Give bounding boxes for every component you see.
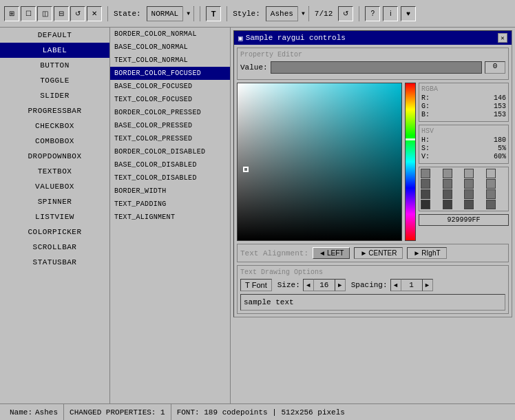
swatch-5[interactable] [443,179,452,189]
style-dropdown-arrow[interactable]: ▼ [297,6,308,21]
toolbar: ⊞ ☐ ◫ ⊟ ↺ ✕ State: NORMAL ▼ T Style: Ash… [0,0,515,28]
left-panel-item-dropdownbox[interactable]: DROPDOWNBOX [0,149,109,164]
swatch-8[interactable] [421,189,430,199]
toolbar-btn-6[interactable]: ✕ [87,6,102,21]
swatch-11[interactable] [486,189,496,199]
heart-btn[interactable]: ♥ [401,6,416,21]
middle-panel-item-14[interactable]: TEXT_ALIGNMENT [110,211,230,224]
swatch-3[interactable] [486,169,496,178]
text-options-section: Text Drawing Options T Font Size: ◄ 16 ►… [237,265,509,314]
text-icon: T [211,10,216,18]
left-panel-item-valuebox[interactable]: VALUEBOX [0,179,109,194]
left-panel-item-scrollbar[interactable]: SCROLLBAR [0,240,109,255]
left-panel-item-progressbar[interactable]: PROGRESSBAR [0,103,109,118]
left-panel-item-listview[interactable]: LISTVIEW [0,209,109,224]
spacing-decrement-btn[interactable]: ◄ [390,279,401,291]
hsv-h-row: H: 180 [421,136,506,144]
help-btn[interactable]: ? [365,6,380,21]
align-left-btn[interactable]: ◄ LEFT [313,247,350,259]
font-btn[interactable]: T Font [240,279,272,291]
state-dropdown-arrow[interactable]: ▼ [182,6,193,21]
swatch-12[interactable] [421,200,430,209]
property-row: Value: 0 [240,61,505,74]
swatches-box [419,167,509,211]
hsv-box: HSV H: 180 S: 5% V: 60% [419,125,509,164]
middle-panel-item-11[interactable]: TEXT_COLOR_DISABLED [110,171,230,185]
info-btn[interactable]: i [383,6,398,21]
middle-panel-item-9[interactable]: BORDER_COLOR_DISABLED [110,145,230,158]
property-editor-section: Property Editor Value: 0 [237,48,509,80]
left-panel-item-checkbox[interactable]: CHECKBOX [0,118,109,134]
size-increment-btn[interactable]: ► [335,279,346,291]
align-center-btn[interactable]: ► CENTER [354,247,403,259]
middle-panel-item-5[interactable]: TEXT_COLOR_FOCUSED [110,93,230,106]
toolbar-btn-3[interactable]: ◫ [37,6,52,21]
align-right-label: RIghT [421,249,440,257]
swatch-14[interactable] [464,200,474,209]
swatch-6[interactable] [464,179,474,189]
swatch-4[interactable] [421,179,430,189]
text-icon-btn[interactable]: T [206,6,221,21]
middle-panel-item-1[interactable]: BASE_COLOR_NORMAL [110,41,230,54]
middle-panel-item-12[interactable]: BORDER_WIDTH [110,185,230,198]
middle-panel-item-0[interactable]: BORDER_COLOR_NORMAL [110,28,230,41]
v-value: 60% [494,153,506,160]
text-options-title: Text Drawing Options [240,269,505,276]
swatch-7[interactable] [486,179,496,189]
swatch-1[interactable] [443,169,452,178]
color-info: RGBA R: 146 G: 153 B: 153 [419,83,509,241]
middle-panel-item-7[interactable]: BASE_COLOR_PRESSED [110,119,230,132]
left-panel-item-slider[interactable]: SLIDER [0,88,109,103]
r-value: 146 [494,94,506,102]
toolbar-btn-2[interactable]: ☐ [21,6,36,21]
font-info-label: FONT: 189 codepoints | 512x256 pixels [177,408,345,417]
swatch-10[interactable] [464,189,474,199]
middle-panel-item-13[interactable]: TEXT_PADDING [110,198,230,211]
sample-text-input[interactable] [240,294,505,311]
window-panel: ▣ Sample raygui controls ✕ Property Edit… [233,30,512,317]
changed-label: CHANGED PROPERTIES: 1 [70,408,165,417]
statusbar: Name: Ashes CHANGED PROPERTIES: 1 FONT: … [0,403,515,420]
left-panel-item-label[interactable]: LABEL [0,43,109,58]
middle-panel-item-4[interactable]: BASE_COLOR_FOCUSED [110,80,230,93]
middle-panel-item-3[interactable]: BORDER_COLOR_FOCUSED [110,67,230,80]
font-row: T Font Size: ◄ 16 ► Spacing: ◄ 1 ► [240,279,505,291]
swatch-2[interactable] [464,169,474,178]
style-value: Ashes [266,10,297,18]
rgba-title: RGBA [421,85,506,93]
left-panel-item-toggle[interactable]: TOGGLE [0,73,109,88]
middle-panel-item-2[interactable]: TEXT_COLOR_NORMAL [110,54,230,67]
left-panel-item-textbox[interactable]: TEXTBOX [0,164,109,179]
left-panel-item-default[interactable]: DEFAULT [0,28,109,43]
spacing-increment-btn[interactable]: ► [422,279,433,291]
window-close-btn[interactable]: ✕ [498,33,507,43]
align-center-label: CENTER [368,249,397,257]
swatch-9[interactable] [443,189,452,199]
toolbar-btn-5[interactable]: ↺ [70,6,85,21]
left-panel-item-colorpicker[interactable]: COLORPICKER [0,224,109,240]
state-dropdown[interactable]: NORMAL ▼ [147,6,195,21]
align-right-btn[interactable]: ► RIghT [407,247,446,259]
swatch-13[interactable] [443,200,452,209]
toolbar-btn-1[interactable]: ⊞ [4,6,19,21]
left-panel-item-spinner[interactable]: SPINNER [0,194,109,209]
style-reload-btn[interactable]: ↺ [338,6,353,21]
middle-panel-item-8[interactable]: TEXT_COLOR_PRESSED [110,132,230,145]
value-input[interactable] [271,61,482,74]
toolbar-sep-3 [227,6,227,21]
middle-panel-item-10[interactable]: BASE_COLOR_DISABLED [110,158,230,171]
left-panel-item-combobox[interactable]: COMBOBOX [0,134,109,149]
spectrum-indicator [406,138,415,140]
middle-panel-item-6[interactable]: BORDER_COLOR_PRESSED [110,106,230,119]
left-panel-item-statusbar[interactable]: STATUSBAR [0,255,109,270]
size-decrement-btn[interactable]: ◄ [303,279,314,291]
color-spectrum[interactable] [405,83,416,241]
hex-input[interactable] [419,214,509,226]
style-dropdown[interactable]: Ashes ▼ [266,6,309,21]
color-gradient[interactable] [237,83,402,241]
left-panel-item-button[interactable]: BUTTON [0,58,109,73]
swatch-15[interactable] [486,200,496,209]
rgba-g-row: G: 153 [421,103,506,110]
toolbar-btn-4[interactable]: ⊟ [54,6,69,21]
swatch-0[interactable] [421,169,430,178]
